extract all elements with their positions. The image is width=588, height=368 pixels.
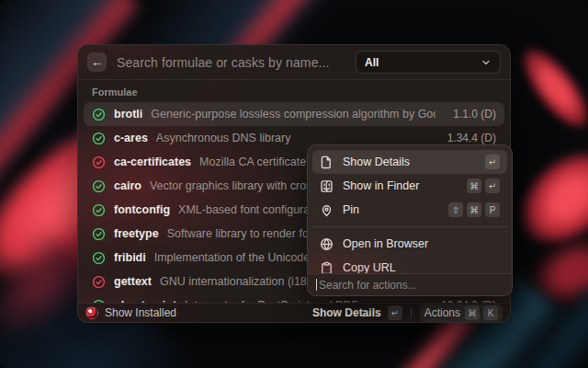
key-badge: ⇧ <box>448 202 463 217</box>
menu-item-show-details[interactable]: Show Details↵ <box>312 150 507 174</box>
formula-name: c-ares <box>114 132 148 144</box>
actions-button[interactable]: Actions ⌘K <box>420 304 503 322</box>
shortcut-keys: ↵ <box>485 155 500 169</box>
key-badge: P <box>485 202 500 217</box>
chevron-down-icon <box>481 57 492 68</box>
formula-name: brotli <box>114 108 142 121</box>
globe-icon <box>320 237 334 251</box>
check-circle-icon <box>92 108 106 121</box>
action-menu: Show Details↵Show in Finder⌘↵Pin⇧⌘POpen … <box>307 144 513 296</box>
check-circle-icon <box>92 251 106 265</box>
footer-divider <box>411 307 412 318</box>
menu-item-pin[interactable]: Pin⇧⌘P <box>312 198 507 222</box>
check-circle-icon <box>92 203 106 217</box>
formula-name: fribidi <box>114 251 146 264</box>
formula-name: fontconfig <box>114 203 170 216</box>
menu-item-label: Show in Finder <box>343 179 458 192</box>
status-bar: Show Installed Show Details ↵ Actions ⌘K <box>78 303 510 322</box>
key-badge: ⌘ <box>467 178 481 193</box>
menu-separator <box>312 226 507 227</box>
search-bar: ← Search formulae or casks by name... Al… <box>78 45 510 80</box>
text-cursor <box>316 279 317 291</box>
filter-dropdown[interactable]: All <box>356 51 501 74</box>
menu-item-open-in-browser[interactable]: Open in Browser <box>312 232 507 256</box>
check-circle-icon <box>92 275 106 289</box>
formula-description: Generic-purpose lossless compression alg… <box>151 108 435 121</box>
formula-name: freetype <box>114 227 159 240</box>
back-button[interactable]: ← <box>87 52 107 72</box>
menu-item-show-in-finder[interactable]: Show in Finder⌘↵ <box>312 174 507 198</box>
formula-description: Asynchronous DNS library <box>156 132 430 144</box>
search-input[interactable]: Search formulae or casks by name... <box>117 55 345 70</box>
menu-item-label: Pin <box>343 203 439 216</box>
formula-name: ca-certificates <box>114 155 191 168</box>
shortcut-keys: ⇧⌘P <box>448 202 500 217</box>
key-badge: ↵ <box>485 178 500 193</box>
primary-action-label[interactable]: Show Details <box>312 306 381 319</box>
brew-extension-icon <box>85 306 98 319</box>
finder-icon <box>320 179 334 193</box>
key-badge: ↵ <box>485 155 500 169</box>
wallpaper-shape <box>500 27 588 150</box>
wallpaper-shape <box>503 209 588 335</box>
return-key-badge: ↵ <box>388 305 402 320</box>
formula-name: cairo <box>114 179 141 192</box>
document-icon <box>320 155 334 169</box>
action-search-field[interactable]: Search for actions... <box>308 273 512 295</box>
formula-version: 1.34.4 (D) <box>447 132 496 144</box>
formula-name: gettext <box>114 275 152 288</box>
pin-icon <box>320 203 334 217</box>
desktop: ← Search formulae or casks by name... Al… <box>0 0 588 368</box>
extension-title: Show Installed <box>105 306 176 319</box>
shortcut-keys: ⌘↵ <box>467 178 500 193</box>
key-badge: ⌘ <box>467 202 481 217</box>
check-circle-icon <box>92 227 106 241</box>
section-label: Formulae <box>78 80 510 102</box>
menu-item-label: Show Details <box>343 155 476 168</box>
menu-item-label: Copy URL <box>343 261 500 274</box>
key-badge: K <box>483 305 498 320</box>
key-badge: ⌘ <box>465 305 480 320</box>
filter-value: All <box>365 56 481 69</box>
menu-item-label: Open in Browser <box>343 237 500 250</box>
action-search-placeholder: Search for actions... <box>319 279 417 292</box>
check-circle-icon <box>92 132 106 145</box>
check-circle-icon <box>92 155 106 169</box>
formula-version: 1.1.0 (D) <box>453 108 496 121</box>
check-circle-icon <box>92 179 106 193</box>
actions-label: Actions <box>424 306 460 319</box>
list-item[interactable]: brotliGeneric-purpose lossless compressi… <box>84 102 504 126</box>
